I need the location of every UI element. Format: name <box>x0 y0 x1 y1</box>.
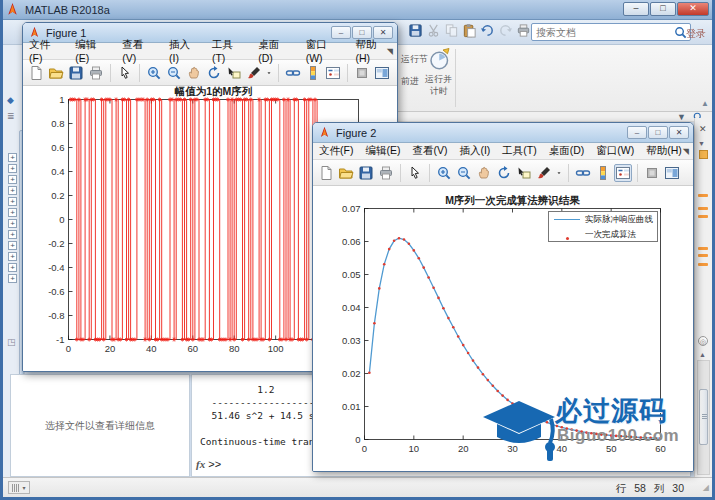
menu-item[interactable]: 帮助(H) <box>640 144 688 158</box>
rotate-3d-icon[interactable] <box>495 164 513 182</box>
panel-close-icon[interactable]: ✕ <box>699 124 707 134</box>
doc-search-box[interactable] <box>531 23 691 41</box>
menu-overflow-icon[interactable]: ◥ <box>387 47 393 56</box>
zoom-in-icon[interactable] <box>435 164 453 182</box>
link-plot-icon[interactable] <box>284 64 302 82</box>
menu-item[interactable]: 插入(I) <box>163 38 206 64</box>
tree-expand-icon[interactable]: + <box>8 230 17 239</box>
rotate-3d-icon[interactable] <box>205 64 223 82</box>
figure2-maximize-button[interactable]: □ <box>648 126 668 139</box>
editor-warning-marker[interactable] <box>698 194 708 197</box>
menu-item[interactable]: 查看(V) <box>406 144 453 158</box>
data-cursor-icon[interactable] <box>225 64 243 82</box>
tree-expand-icon[interactable]: + <box>8 175 17 184</box>
open-file-icon[interactable] <box>47 64 65 82</box>
tree-expand-icon[interactable]: + <box>8 153 17 162</box>
pan-icon[interactable] <box>475 164 493 182</box>
save-icon[interactable] <box>408 23 423 38</box>
edit-plot-icon[interactable] <box>406 164 424 182</box>
resize-grip[interactable]: ◢ <box>703 483 709 492</box>
figure2-minimize-button[interactable]: – <box>627 126 647 139</box>
insert-colorbar-icon[interactable] <box>304 64 322 82</box>
marker-dropdown-icon[interactable]: ▼ <box>698 140 705 147</box>
editor-warning-marker[interactable] <box>698 207 708 210</box>
tree-expand-icon[interactable]: + <box>8 252 17 261</box>
brush-icon[interactable] <box>535 164 553 182</box>
folder-nav-icon[interactable]: ◆ <box>7 95 14 105</box>
show-plot-tools-icon[interactable] <box>373 64 391 82</box>
menu-item[interactable]: 插入(I) <box>453 144 496 158</box>
doc-search-input[interactable] <box>532 27 673 38</box>
ribbon-collapse-icon[interactable]: ▲ <box>701 99 709 108</box>
hide-plot-tools-icon[interactable] <box>353 64 371 82</box>
open-file-icon[interactable] <box>337 164 355 182</box>
layout-selector-button[interactable]: ▾ <box>8 481 30 494</box>
insert-colorbar-icon[interactable] <box>594 164 612 182</box>
run-and-time-icon[interactable] <box>428 47 452 71</box>
copy-icon[interactable] <box>444 23 459 38</box>
editor-warning-marker[interactable] <box>698 215 708 218</box>
refresh-icon[interactable]: ◎ <box>698 336 708 346</box>
menu-item[interactable]: 工具(T) <box>496 144 542 158</box>
save-figure-icon[interactable] <box>67 64 85 82</box>
data-cursor-icon[interactable] <box>515 164 533 182</box>
scroll-up-icon[interactable]: ▲ <box>699 351 706 358</box>
editor-warning-marker[interactable] <box>698 247 708 250</box>
ribbon-step-forward-label[interactable]: 前进 <box>401 75 419 88</box>
list-view-icon[interactable]: ≣ <box>7 111 15 121</box>
editor-scrollbar[interactable] <box>697 360 710 475</box>
save-figure-icon[interactable] <box>357 164 375 182</box>
insert-legend-icon[interactable] <box>324 64 342 82</box>
menu-item[interactable]: 桌面(D) <box>252 38 299 64</box>
menu-item[interactable]: 文件(F) <box>313 144 359 158</box>
details-toggle-icon[interactable]: ◳ <box>7 337 16 347</box>
zoom-out-icon[interactable] <box>165 64 183 82</box>
tree-expand-icon[interactable]: + <box>8 274 17 283</box>
tree-expand-icon[interactable]: + <box>8 241 17 250</box>
menu-item[interactable]: 编辑(E) <box>69 38 116 64</box>
brush-dropdown-icon[interactable] <box>555 164 563 182</box>
new-figure-icon[interactable] <box>27 64 45 82</box>
tree-expand-icon[interactable]: + <box>8 197 17 206</box>
tree-expand-icon[interactable]: + <box>8 263 17 272</box>
menu-item[interactable]: 工具(T) <box>206 38 252 64</box>
matlab-close-button[interactable]: ✕ <box>677 2 709 16</box>
pan-icon[interactable] <box>185 64 203 82</box>
tree-expand-icon[interactable]: + <box>8 208 17 217</box>
editor-dropdown-icon[interactable]: ▼ <box>677 112 686 122</box>
figure2-titlebar[interactable]: Figure 2 – □ ✕ <box>313 123 693 143</box>
undo-icon[interactable] <box>480 23 495 38</box>
paste-icon[interactable] <box>462 23 477 38</box>
tree-expand-icon[interactable]: + <box>8 186 17 195</box>
matlab-minimize-button[interactable]: – <box>623 2 649 16</box>
figure2-close-button[interactable]: ✕ <box>669 126 689 139</box>
print-figure-icon[interactable] <box>377 164 395 182</box>
tree-expand-icon[interactable]: + <box>8 219 17 228</box>
menu-item[interactable]: 窗口(W) <box>300 38 350 64</box>
brush-dropdown-icon[interactable] <box>265 64 273 82</box>
editor-warning-marker[interactable] <box>698 263 708 266</box>
menu-item[interactable]: 查看(V) <box>116 38 163 64</box>
menu-item[interactable]: 文件(F) <box>23 38 69 64</box>
editor-warning-marker[interactable] <box>698 254 708 257</box>
editor-scrollbar-thumb[interactable] <box>699 389 708 445</box>
brush-icon[interactable] <box>245 64 263 82</box>
tree-expand-icon[interactable]: + <box>8 164 17 173</box>
print-figure-icon[interactable] <box>87 64 105 82</box>
insert-legend-icon[interactable] <box>614 164 632 182</box>
run-and-time-label-2[interactable]: 计时 <box>430 85 448 98</box>
menu-item[interactable]: 编辑(E) <box>359 144 406 158</box>
ribbon-run-section-label[interactable]: 运行节 <box>401 53 428 66</box>
show-plot-tools-icon[interactable] <box>663 164 681 182</box>
editor-warning-indicator[interactable] <box>699 150 708 159</box>
link-plot-icon[interactable] <box>574 164 592 182</box>
menu-item[interactable]: 窗口(W) <box>590 144 640 158</box>
redo-icon[interactable] <box>498 23 513 38</box>
print-icon[interactable] <box>516 23 531 38</box>
zoom-out-icon[interactable] <box>455 164 473 182</box>
zoom-in-icon[interactable] <box>145 64 163 82</box>
new-figure-icon[interactable] <box>317 164 335 182</box>
hide-plot-tools-icon[interactable] <box>643 164 661 182</box>
command-prompt[interactable]: fx >> <box>196 458 221 470</box>
menu-overflow-icon[interactable]: ◥ <box>683 147 689 156</box>
